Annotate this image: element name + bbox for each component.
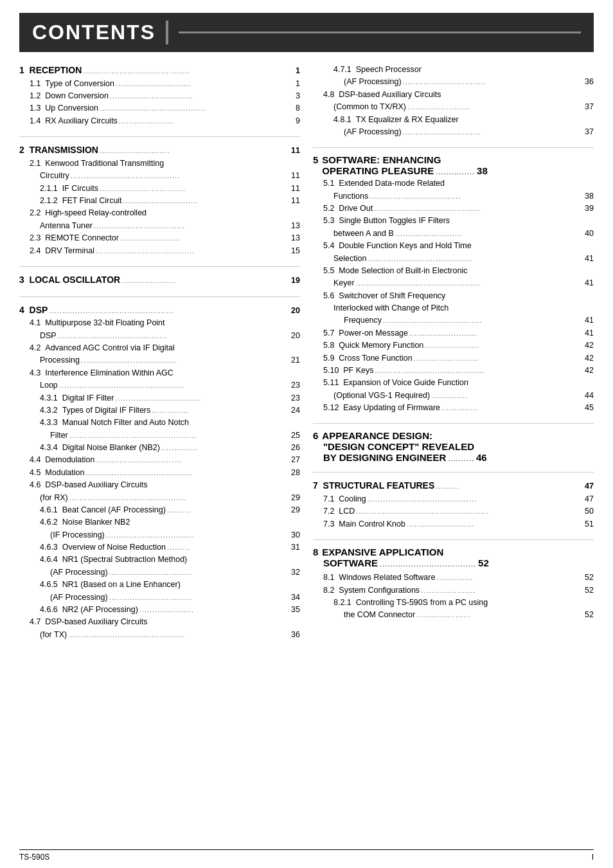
s1-sub4-dots: ..................... [118, 116, 287, 127]
s4-47a-dots [147, 624, 287, 624]
s4-462b-dots: .................................. [105, 530, 287, 541]
s5-511b-title: (Optional VGS-1 Required) [333, 390, 430, 402]
s4-464a-title: NR1 (Spectral Subtraction Method) [62, 554, 188, 566]
s5-57-dots: .......................... [408, 328, 581, 339]
s4-label: DSP [30, 303, 48, 318]
section-2-title: 2 TRANSMISSION .........................… [19, 143, 300, 158]
s5-55b-page: 41 [581, 277, 594, 289]
s1-sub4-title: RX Auxiliary Circuits [45, 115, 118, 127]
s7-72-page: 50 [581, 505, 594, 518]
divider-3 [19, 296, 300, 297]
s3-label: LOCAL OSCILLATOR [30, 273, 121, 287]
s4-462a-num: 4.6.2 [40, 516, 62, 529]
s2-sub1b: Circuitry ..............................… [19, 170, 300, 182]
section-8-title: 8 EXPANSIVE APPLICATION SOFTWARE .......… [313, 547, 594, 568]
s7-num: 7 [313, 479, 323, 493]
s8-num: 8 [313, 547, 318, 557]
s2-sub4: 2.4 DRV Terminal .......................… [19, 245, 300, 257]
s6-line3: BY DESIGNING ENGINEER .......... 46 [313, 452, 594, 463]
s7-73-page: 51 [581, 518, 594, 530]
s8-81-num: 8.1 [323, 572, 339, 584]
s8-dots: ..................................... [378, 560, 478, 568]
s5-51b: Functions ..............................… [313, 190, 594, 203]
s5-54b-page: 41 [581, 253, 594, 265]
s4-471b-dots: ................................ [402, 77, 581, 88]
s5-53b-dots: .......................... [394, 228, 581, 240]
s2-sub4-num: 2.4 [30, 245, 45, 257]
s5-54a-dots [472, 248, 581, 248]
s4-465b-page: 34 [287, 592, 300, 604]
s4-433b-title: Filter [50, 429, 68, 442]
s4-471b-page: 36 [581, 76, 594, 88]
s5-52-page: 39 [581, 203, 594, 215]
s4-465a-title: NR1 (Based on a Line Enhancer) [62, 579, 181, 591]
s6-page: 46 [476, 452, 487, 463]
s4-41a-dots [165, 325, 287, 325]
s4-462b: (IF Processing) ........................… [19, 529, 300, 541]
s1-sub3-dots: ........................................… [98, 103, 287, 114]
s4-466-page: 35 [287, 604, 300, 616]
s5-54a-title: Double Function Keys and Hold Time [339, 240, 471, 252]
s5-510-dots: ........................................… [374, 365, 581, 377]
s5-53a-dots [450, 222, 581, 223]
s2-sub3-page: 13 [287, 232, 300, 244]
s1-sub2-dots: ................................ [109, 91, 287, 102]
s8-82-title: System Configurations [339, 584, 420, 597]
s1-sub1-dots: ............................. [114, 78, 287, 90]
s5-53b-page: 40 [581, 228, 594, 240]
s4-46a-dots [147, 487, 287, 487]
footer-left: TS-590S [19, 853, 49, 862]
s8-page: 52 [478, 557, 489, 568]
s1-sub2-title: Down Conversion [45, 90, 109, 102]
s8-81-title: Windows Related Software [339, 572, 435, 584]
s8-81-page: 52 [581, 572, 594, 584]
s4-463: 4.6.3 Overview of Noise Reduction ......… [19, 541, 300, 554]
s5-51b-title: Functions [333, 190, 368, 203]
s5-59: 5.9 Cross Tone Function ................… [313, 352, 594, 365]
left-column: 1 RECEPTION ............................… [19, 64, 300, 650]
s4-465a-num: 4.6.5 [40, 579, 62, 591]
s4-42b-title: Processing [40, 354, 80, 366]
s8-821b-title: the COM Connector [344, 609, 415, 621]
header-line [179, 32, 581, 33]
s1-sub3-page: 8 [287, 102, 300, 114]
s5-511a-title: Expansion of Voice Guide Function [343, 377, 468, 389]
s4-463-title: Overview of Noise Reduction [62, 541, 166, 554]
s7-71-num: 7.1 [323, 493, 339, 505]
s4-43b-page: 23 [287, 379, 300, 392]
s6-line2: "DESIGN CONCEPT" REVEALED [313, 441, 594, 452]
s8-821a-num: 8.2.1 [333, 597, 356, 609]
s4-461-dots: ......... [166, 505, 287, 516]
s5-page: 38 [477, 165, 488, 176]
s5-55a-num: 5.5 [323, 265, 339, 277]
s8-82: 8.2 System Configurations ..............… [313, 584, 594, 597]
s4-465a-dots [181, 586, 287, 587]
s2-sub2a-title: High-speed Relay-controlled [45, 207, 147, 219]
s5-dots: ............... [434, 168, 477, 176]
s2-sub3: 2.3 REMOTE Connector ...................… [19, 232, 300, 244]
section-3-title: 3 LOCAL OSCILLATOR .....................… [19, 273, 300, 287]
s4-41b-page: 20 [287, 330, 300, 342]
s5-510-title: PF Keys [343, 365, 373, 377]
s4-465a: 4.6.5 NR1 (Based on a Line Enhancer) [19, 579, 300, 591]
s5-55b: Keyer ..................................… [313, 277, 594, 289]
s3-num: 3 [19, 273, 30, 287]
s4-44-dots: ................................. [94, 455, 287, 466]
s4-471b: (AF Processing) ........................… [313, 76, 594, 88]
s5-54b-dots: ........................................ [366, 253, 581, 265]
s4-431-num: 4.3.1 [40, 392, 62, 404]
s4-462a-title: Noise Blanker NB2 [62, 516, 130, 529]
s4-432-title: Types of Digital IF Filters [62, 404, 151, 417]
s4-464a-dots [187, 561, 287, 562]
s2-sub1b-dots: ........................................… [69, 170, 287, 182]
s4-433a-dots [189, 424, 287, 425]
s4-45-page: 28 [287, 467, 300, 479]
s2-sub3-dots: ....................... [119, 233, 287, 244]
s5-510-page: 42 [581, 365, 594, 377]
s4-433b-page: 25 [287, 429, 300, 442]
s5-51b-dots: ................................... [368, 191, 581, 203]
s4-481b-title: (AF Processing) [344, 126, 402, 138]
s4-461-page: 29 [287, 504, 300, 516]
s4-47b: (for TX) ...............................… [19, 629, 300, 641]
s5-56a: 5.6 Switchover of Shift Frequency [313, 290, 594, 302]
